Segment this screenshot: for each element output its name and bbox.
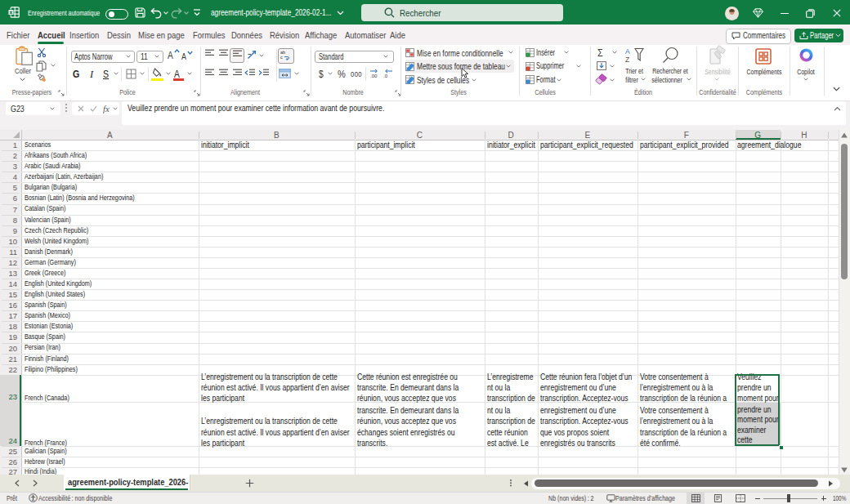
svg-text:.0: .0 bbox=[383, 74, 388, 78]
svg-text:c: c bbox=[280, 55, 283, 60]
svg-text:A: A bbox=[625, 47, 630, 56]
svg-text:Z: Z bbox=[625, 56, 629, 64]
svg-text:.00: .00 bbox=[370, 74, 378, 78]
